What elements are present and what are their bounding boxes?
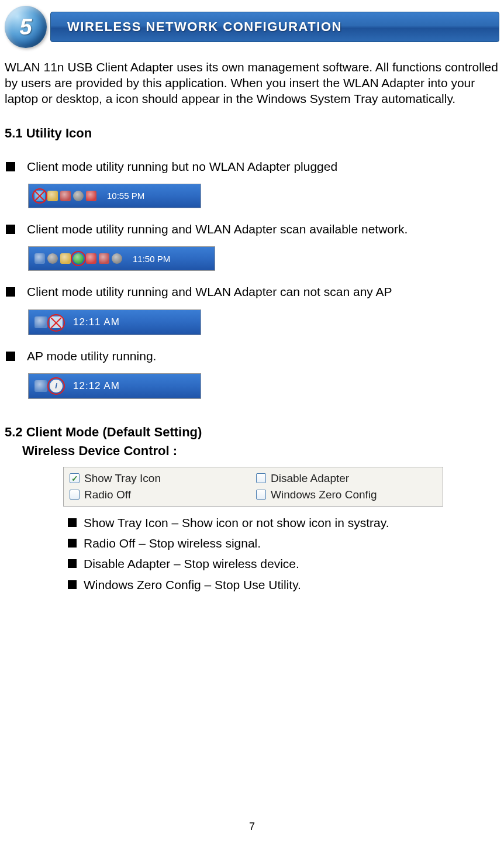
systray-screenshot-2: 11:50 PM — [28, 246, 215, 271]
section-5-2-heading: 5.2 Client Mode (Default Setting) — [5, 425, 499, 440]
option-label: Radio Off — [84, 488, 131, 501]
utility-icon-item-1: Client mode utility running but no WLAN … — [5, 159, 499, 174]
section-5-1-heading: 5.1 Utility Icon — [5, 126, 499, 141]
option-disable-adapter[interactable]: Disable Adapter — [256, 472, 437, 485]
volume-icon — [73, 191, 84, 201]
chapter-title-bar: WIRELESS NETWORK CONFIGURATION — [50, 12, 499, 42]
page-number: 7 — [0, 821, 504, 833]
checkbox-radio-off[interactable] — [70, 490, 80, 500]
systray-time-3: 12:11 AM — [65, 316, 126, 328]
keys-icon — [47, 191, 58, 201]
volume-icon — [47, 253, 58, 264]
shield-icon — [86, 191, 96, 201]
systray-time-4: 12:12 AM — [65, 380, 126, 392]
item-4-text: AP mode utility running. — [27, 348, 156, 364]
bullet-icon — [68, 559, 77, 568]
systray-screenshot-4: i 12:12 AM — [28, 373, 201, 399]
wlan-signal-icon — [73, 253, 84, 264]
shield-icon — [86, 253, 96, 264]
volume-icon-2 — [112, 253, 122, 264]
utility-icon-item-4: AP mode utility running. — [5, 348, 499, 364]
bullet-icon — [68, 539, 77, 548]
wireless-device-control-panel: ✓ Show Tray Icon Disable Adapter Radio O… — [63, 467, 443, 507]
bullet-icon — [6, 162, 15, 171]
option-windows-zero-config[interactable]: Windows Zero Config — [256, 488, 437, 501]
option-label: Windows Zero Config — [271, 488, 377, 501]
systray-time-2: 11:50 PM — [125, 254, 176, 264]
bullet-icon — [6, 287, 15, 297]
chapter-banner: 5 WIRELESS NETWORK CONFIGURATION — [5, 6, 499, 48]
monitor-wave-icon — [34, 380, 47, 392]
monitor-icon — [34, 316, 47, 328]
wlan-unplugged-icon — [34, 191, 45, 201]
option-show-tray-icon[interactable]: ✓ Show Tray Icon — [70, 472, 250, 485]
utility-icon-item-2: Client mode utility running and WLAN Ada… — [5, 221, 499, 237]
chapter-number-badge: 5 — [5, 6, 47, 48]
desc-zero-config: Windows Zero Config – Stop Use Utility. — [68, 577, 499, 593]
desc-radio-off: Radio Off – Stop wireless signal. — [68, 535, 499, 551]
bullet-icon — [6, 225, 15, 234]
checkbox-windows-zero-config[interactable] — [256, 490, 266, 500]
item-2-text: Client mode utility running and WLAN Ada… — [27, 221, 408, 237]
bullet-icon — [68, 580, 77, 589]
network-disconnected-icon — [60, 191, 71, 201]
option-label: Show Tray Icon — [84, 472, 161, 485]
section-5-2-sub: Wireless Device Control : — [22, 443, 499, 459]
network-disconnected-icon — [99, 253, 109, 264]
desc-show-tray: Show Tray Icon – Show icon or not show i… — [68, 515, 499, 531]
keys-icon — [60, 253, 71, 264]
bullet-icon — [68, 518, 77, 527]
bullet-icon — [6, 352, 15, 361]
desc-disable-adapter: Disable Adapter – Stop wireless device. — [68, 556, 499, 571]
systray-screenshot-3: 12:11 AM — [28, 309, 201, 335]
wlan-no-ap-icon — [50, 316, 63, 328]
checkbox-show-tray-icon[interactable]: ✓ — [70, 473, 80, 483]
item-3-text: Client mode utility running and WLAN Ada… — [27, 284, 392, 299]
option-descriptions: Show Tray Icon – Show icon or not show i… — [68, 515, 499, 593]
option-radio-off[interactable]: Radio Off — [70, 488, 250, 501]
option-label: Disable Adapter — [271, 472, 349, 485]
systray-screenshot-1: 10:55 PM — [28, 184, 201, 208]
systray-time-1: 10:55 PM — [99, 191, 150, 201]
monitor-icon — [34, 253, 45, 264]
checkbox-disable-adapter[interactable] — [256, 473, 266, 483]
info-icon: i — [50, 380, 63, 392]
item-1-text: Client mode utility running but no WLAN … — [27, 159, 337, 174]
utility-icon-item-3: Client mode utility running and WLAN Ada… — [5, 284, 499, 299]
intro-paragraph: WLAN 11n USB Client Adapter uses its own… — [5, 60, 499, 107]
